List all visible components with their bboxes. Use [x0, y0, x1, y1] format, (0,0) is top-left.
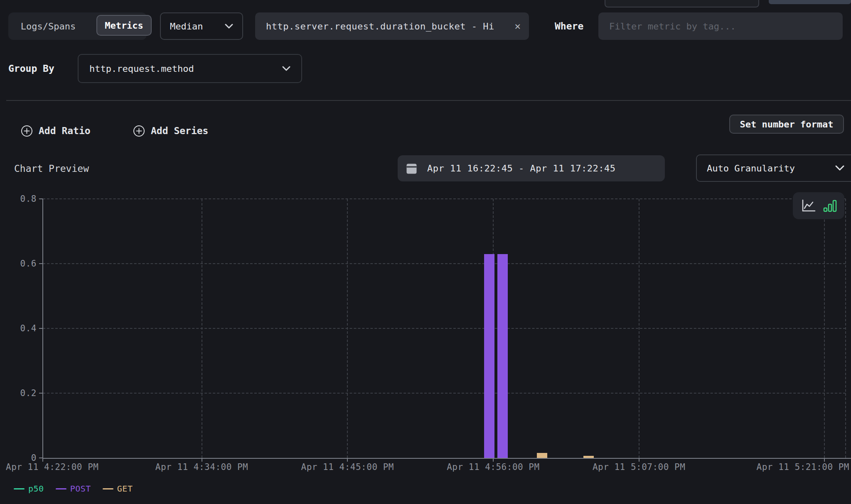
bar-GET — [583, 456, 594, 458]
group-by-label: Group By — [8, 54, 54, 83]
granularity-select[interactable]: Auto Granularity — [696, 154, 851, 182]
chevron-down-icon — [225, 24, 233, 29]
y-gridline — [43, 198, 846, 199]
where-label: Where — [555, 12, 583, 40]
metric-pill[interactable]: http.server.request.duration_bucket - Hi… — [255, 12, 529, 40]
legend-label: GET — [117, 484, 133, 494]
y-gridline — [43, 263, 846, 264]
add-series-button[interactable]: Add Series — [133, 121, 208, 140]
bar-GET — [537, 453, 547, 458]
y-tick-label: 0.4 — [7, 323, 37, 333]
toggle-option-metrics[interactable]: Metrics — [96, 15, 152, 36]
bar-chart-icon[interactable] — [823, 199, 837, 213]
legend-item-POST[interactable]: POST — [56, 484, 91, 494]
x-gridline — [202, 199, 202, 458]
add-ratio-button[interactable]: Add Ratio — [21, 121, 91, 140]
add-ratio-label: Add Ratio — [39, 125, 91, 136]
y-tick-label: 0.2 — [7, 388, 37, 398]
time-range-value: Apr 11 16:22:45 - Apr 11 17:22:45 — [427, 163, 616, 174]
x-tick-label: Apr 11 4:34:00 PM — [155, 462, 248, 472]
legend-swatch — [103, 488, 113, 489]
line-chart-icon[interactable] — [800, 199, 816, 213]
x-tick-label: Apr 11 5:21:00 PM — [757, 462, 849, 472]
chart-legend: p50POSTGET — [14, 482, 133, 495]
chart-type-toggle — [793, 192, 844, 219]
x-gridline — [347, 199, 348, 458]
metric-pill-label: http.server.request.duration_bucket - Hi — [266, 21, 511, 32]
x-tick-label: Apr 11 5:07:00 PM — [593, 462, 685, 472]
aggregation-value: Median — [170, 21, 203, 32]
y-gridline — [43, 328, 846, 329]
chart-preview-title: Chart Preview — [14, 155, 89, 181]
y-gridline — [43, 393, 846, 394]
partial-top-input[interactable] — [605, 0, 759, 7]
plot-right-boundary — [845, 199, 846, 458]
x-gridline — [639, 199, 639, 458]
chart-plot-area: 0.80.60.40.20Apr 11 4:22:00 PMApr 11 4:3… — [0, 189, 851, 480]
section-divider — [6, 100, 851, 101]
metrics-chart-builder: Logs/Spans Metrics Median http.server.re… — [0, 0, 851, 504]
x-axis-line — [42, 458, 851, 459]
source-toggle: Logs/Spans Metrics — [8, 12, 147, 40]
aggregation-select[interactable]: Median — [160, 12, 243, 40]
y-tick-label: 0.8 — [7, 194, 37, 204]
legend-label: p50 — [28, 484, 44, 494]
x-tick-label: Apr 11 4:22:00 PM — [6, 462, 98, 472]
x-gridline — [824, 199, 825, 458]
legend-swatch — [14, 488, 25, 489]
y-tick-label: 0 — [7, 453, 37, 463]
filter-by-tag-input[interactable] — [598, 12, 843, 40]
set-number-format-button[interactable]: Set number format — [729, 115, 844, 134]
legend-label: POST — [70, 484, 91, 494]
close-icon[interactable]: ✕ — [511, 20, 521, 32]
y-tick-label: 0.6 — [7, 259, 37, 269]
bar-POST — [484, 254, 494, 458]
partial-top-button[interactable] — [769, 0, 851, 4]
legend-item-p50[interactable]: p50 — [14, 484, 44, 494]
chevron-down-icon — [282, 66, 290, 71]
group-by-select[interactable]: http.request.method — [78, 54, 302, 83]
granularity-value: Auto Granularity — [707, 163, 795, 174]
x-tick-label: Apr 11 4:45:00 PM — [301, 462, 394, 472]
plus-circle-icon — [133, 125, 145, 137]
y-axis-line — [42, 199, 43, 458]
bar-POST — [497, 254, 508, 458]
x-tick-label: Apr 11 4:56:00 PM — [447, 462, 539, 472]
legend-item-GET[interactable]: GET — [103, 484, 133, 494]
toggle-option-logs-spans[interactable]: Logs/Spans — [8, 21, 88, 32]
add-series-label: Add Series — [151, 125, 208, 136]
plus-circle-icon — [21, 125, 33, 137]
chevron-down-icon — [835, 165, 844, 171]
group-by-value: http.request.method — [89, 64, 194, 74]
calendar-icon — [406, 162, 417, 174]
legend-swatch — [56, 488, 66, 489]
time-range-picker[interactable]: Apr 11 16:22:45 - Apr 11 17:22:45 — [398, 155, 665, 181]
